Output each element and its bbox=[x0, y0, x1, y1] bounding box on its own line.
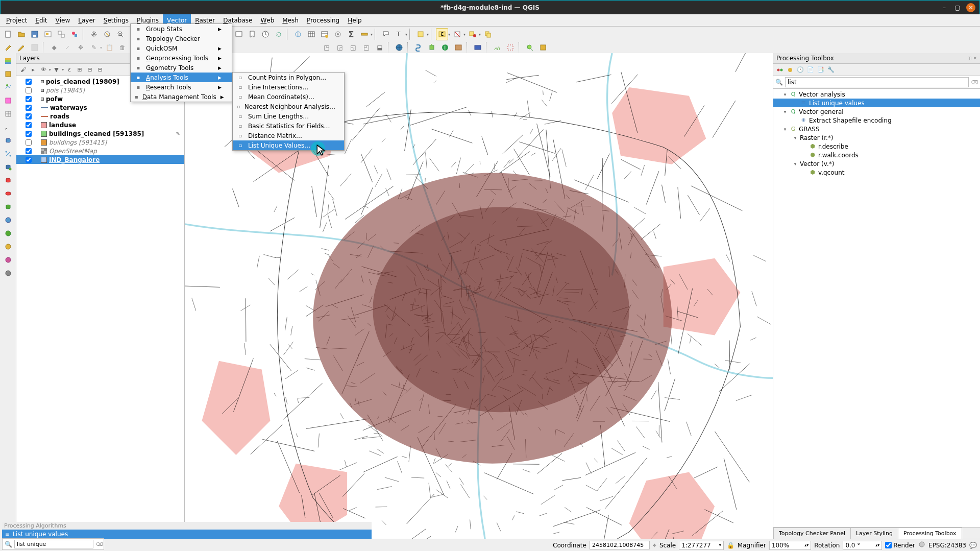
vector-menu-group-stats[interactable]: ▪Group Stats▶ bbox=[131, 24, 232, 34]
vector-menu-topology-checker[interactable]: ▪Topology Checker bbox=[131, 34, 232, 43]
add-wms-icon[interactable] bbox=[2, 214, 14, 226]
vector-menu-quickosm[interactable]: ▪QuickOSM▶ bbox=[131, 43, 232, 53]
locator-input-field[interactable] bbox=[14, 540, 93, 548]
delete-selected-icon[interactable]: 🗑 bbox=[116, 41, 129, 54]
save-edits-icon[interactable] bbox=[29, 41, 41, 54]
new-geopackage-icon[interactable] bbox=[2, 68, 14, 80]
layer-visibility-checkbox[interactable] bbox=[26, 113, 32, 119]
vector-menu-analysis-tools[interactable]: ▪Analysis Tools▶ bbox=[131, 73, 232, 82]
close-button[interactable]: ✕ bbox=[966, 3, 975, 12]
toolbox-item[interactable]: ≡List unique values bbox=[773, 99, 980, 107]
toolbox-tabs[interactable]: Topology Checker PanelLayer StylingProce… bbox=[773, 527, 980, 539]
layer-visibility-checkbox[interactable] bbox=[26, 96, 32, 102]
toolbox-model-icon[interactable] bbox=[775, 65, 785, 75]
layer-visibility-checkbox[interactable] bbox=[26, 87, 32, 93]
manage-themes-icon[interactable]: 👁 bbox=[39, 65, 48, 75]
layer-visibility-checkbox[interactable] bbox=[26, 105, 32, 111]
open-project-icon[interactable] bbox=[15, 28, 28, 40]
add-raster-icon[interactable] bbox=[2, 95, 14, 106]
minimize-button[interactable]: – bbox=[940, 3, 949, 12]
toolbox-item[interactable]: ⬢r.describe bbox=[773, 142, 980, 151]
collapse-all-icon[interactable]: ⊟ bbox=[85, 65, 94, 75]
add-feature-icon[interactable]: ◆ bbox=[48, 41, 60, 54]
add-db2-icon[interactable] bbox=[2, 201, 14, 212]
add-afs-icon[interactable] bbox=[2, 268, 14, 279]
data-source-manager-icon[interactable] bbox=[2, 55, 14, 66]
toggle-extents-icon[interactable]: ⌖ bbox=[653, 542, 656, 549]
web-globe-icon[interactable] bbox=[393, 41, 405, 54]
expand-caret-icon[interactable]: ▾ bbox=[782, 92, 788, 97]
locator-result-row[interactable]: ≡ List unique values bbox=[2, 530, 372, 539]
toggle-editing-icon[interactable] bbox=[15, 41, 28, 54]
grass-region-icon[interactable] bbox=[504, 41, 517, 54]
quickosm-icon[interactable] bbox=[524, 41, 536, 54]
messages-icon[interactable]: 💬 bbox=[969, 542, 977, 549]
current-edits-icon[interactable] bbox=[2, 41, 14, 54]
expand-all-icon[interactable]: ⊞ bbox=[75, 65, 84, 75]
panel-tab[interactable]: Processing Toolbox bbox=[898, 528, 962, 539]
add-mssql-icon[interactable] bbox=[2, 175, 14, 186]
analysis-tools-submenu[interactable]: ▫Count Points in Polygon…▫Line Intersect… bbox=[232, 72, 345, 151]
layer-visibility-checkbox[interactable] bbox=[26, 139, 32, 146]
grass-tools-icon[interactable] bbox=[491, 41, 503, 54]
new-annotation-icon[interactable]: T bbox=[393, 28, 405, 40]
copy-features-icon[interactable] bbox=[482, 28, 494, 40]
toolbox-item[interactable]: ▾QVector analysis bbox=[773, 90, 980, 99]
add-virtual-icon[interactable] bbox=[2, 148, 14, 159]
info-globe-icon[interactable]: i bbox=[439, 41, 451, 54]
layer-visibility-checkbox[interactable] bbox=[26, 157, 32, 163]
crs-icon[interactable] bbox=[918, 541, 925, 549]
toolbox-results-icon[interactable]: 📄 bbox=[806, 65, 815, 75]
toolbox-item[interactable]: ▾Raster (r.*) bbox=[773, 133, 980, 142]
keyboard-shortcuts-icon[interactable] bbox=[472, 41, 484, 54]
pan-to-selection-icon[interactable] bbox=[101, 28, 113, 40]
add-group-icon[interactable]: ▸ bbox=[29, 65, 38, 75]
expand-caret-icon[interactable]: ▾ bbox=[782, 109, 788, 114]
toolbox-script-icon[interactable] bbox=[786, 65, 795, 75]
move-feature-icon[interactable]: ✥ bbox=[75, 41, 87, 54]
magnifier-input[interactable]: 100%▴▾ bbox=[769, 541, 811, 550]
adv-digitize-1-icon[interactable]: ◳ bbox=[321, 41, 333, 54]
vertex-tool-icon[interactable]: ✎ bbox=[88, 41, 100, 54]
menu-help[interactable]: Help bbox=[344, 14, 365, 26]
scale-combo[interactable]: 1:277277▾ bbox=[679, 541, 724, 550]
add-wcs-icon[interactable] bbox=[2, 241, 14, 252]
toolbox-dock-icon[interactable]: ◫ ✕ bbox=[967, 56, 977, 61]
temporal-icon[interactable] bbox=[259, 28, 272, 40]
layer-visibility-checkbox[interactable] bbox=[26, 148, 32, 154]
analysis-nearest-neighbour-analysis-[interactable]: ▫Nearest Neighbour Analysis… bbox=[233, 102, 344, 111]
digitize-icon[interactable]: ⟋ bbox=[61, 41, 74, 54]
analysis-count-points-in-polygon-[interactable]: ▫Count Points in Polygon… bbox=[233, 73, 344, 82]
vector-menu-research-tools[interactable]: ▪Research Tools▶ bbox=[131, 82, 232, 92]
layer-row[interactable]: OpenStreetMap bbox=[16, 147, 184, 155]
toolbox-history-icon[interactable]: 🕓 bbox=[796, 65, 805, 75]
style-dock-icon[interactable]: 🖌 bbox=[18, 65, 28, 75]
analysis-list-unique-values-[interactable]: ▫List Unique Values… bbox=[233, 140, 344, 150]
add-spatialite-icon[interactable] bbox=[2, 135, 14, 146]
josm-icon[interactable] bbox=[537, 41, 549, 54]
expand-caret-icon[interactable]: ▾ bbox=[793, 135, 798, 140]
adv-digitize-3-icon[interactable]: ◱ bbox=[347, 41, 359, 54]
vector-menu-geometry-tools[interactable]: ▪Geometry Tools▶ bbox=[131, 63, 232, 73]
layer-row[interactable]: waterways bbox=[16, 103, 184, 112]
adv-digitize-5-icon[interactable]: ⬓ bbox=[374, 41, 386, 54]
rotation-input[interactable]: 0.0 °▴▾ bbox=[843, 541, 882, 550]
locator-clear-icon[interactable]: ⌫ bbox=[95, 541, 103, 547]
filter-expression-icon[interactable]: ε bbox=[65, 65, 74, 75]
modify-attrs-icon[interactable]: 📋 bbox=[103, 41, 115, 54]
new-map-view-icon[interactable] bbox=[233, 28, 245, 40]
expand-caret-icon[interactable]: ▾ bbox=[793, 161, 798, 166]
georeferencer-icon[interactable] bbox=[452, 41, 464, 54]
vector-menu-dropdown[interactable]: ▪Group Stats▶▪Topology Checker▪QuickOSM▶… bbox=[130, 23, 232, 102]
menu-view[interactable]: View bbox=[52, 14, 75, 26]
add-mesh-icon[interactable] bbox=[2, 108, 14, 119]
remove-layer-icon[interactable]: ⊟ bbox=[95, 65, 105, 75]
add-xyz-icon[interactable] bbox=[2, 228, 14, 239]
maximize-button[interactable]: ▢ bbox=[953, 3, 962, 12]
statistics-icon[interactable]: Σ bbox=[345, 28, 357, 40]
layer-visibility-checkbox[interactable] bbox=[26, 122, 32, 128]
layer-tree[interactable]: pois_cleaned [19809]pois [19845]pofwwate… bbox=[16, 76, 184, 539]
add-vector-icon[interactable] bbox=[2, 82, 14, 93]
layer-visibility-checkbox[interactable] bbox=[26, 131, 32, 137]
toolbox-item[interactable]: ⬢v.qcount bbox=[773, 168, 980, 177]
